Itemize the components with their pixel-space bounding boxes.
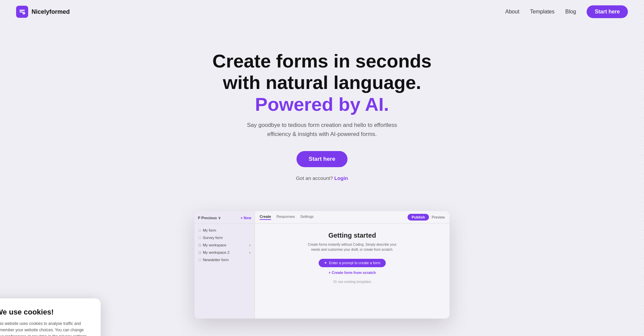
- app-main: Create Responses Settings Publish Previe…: [255, 211, 449, 319]
- cookie-text: This website uses cookies to analyse tra…: [0, 321, 91, 336]
- hero-start-button[interactable]: Start here: [297, 151, 347, 167]
- app-body: P Precious ∨ + New □ My form □ Survey fo…: [195, 211, 449, 319]
- sparkle-icon: ✦: [324, 261, 327, 265]
- preview-button[interactable]: Preview: [432, 215, 445, 219]
- prompt-input[interactable]: ✦ Enter a prompt to create a form: [319, 259, 386, 267]
- file-icon: □: [199, 228, 201, 232]
- svg-rect-1: [19, 11, 23, 12]
- nav-links: About Templates Blog Start here: [505, 5, 628, 18]
- tab-responses[interactable]: Responses: [276, 214, 295, 220]
- sidebar-item-workspace2[interactable]: □ My workspace 2 ›: [195, 249, 255, 256]
- tabs-right: Publish Preview: [408, 214, 445, 221]
- hero-title-ai: Powered by AI.: [255, 94, 389, 115]
- app-content: Getting started Create forms instantly w…: [255, 224, 449, 319]
- tab-create[interactable]: Create: [260, 214, 271, 220]
- nav-about[interactable]: About: [505, 9, 520, 15]
- tabs-left: Create Responses Settings: [260, 214, 314, 220]
- sidebar-top-bar: P Precious ∨ + New: [195, 214, 255, 224]
- logo-icon: [16, 6, 28, 18]
- logo-link[interactable]: Nicelyformed: [16, 6, 70, 18]
- nav-blog[interactable]: Blog: [565, 9, 576, 15]
- create-scratch-button[interactable]: + Create form from scratch: [329, 271, 376, 275]
- hero-login: Got an account? Login: [7, 175, 637, 181]
- nav-start-button[interactable]: Start here: [587, 5, 628, 18]
- hero-subtitle: Say goodbye to tedious form creation and…: [241, 121, 402, 139]
- publish-button[interactable]: Publish: [408, 214, 429, 221]
- logo-text: Nicelyformed: [32, 8, 70, 15]
- cookie-title: We use cookies!: [0, 308, 91, 317]
- tab-settings[interactable]: Settings: [300, 214, 314, 220]
- hero-section: Create forms in seconds with natural lan…: [0, 23, 644, 201]
- content-desc: Create forms instantly without Coding. S…: [305, 242, 399, 252]
- sidebar-item-workspace[interactable]: □ My workspace ›: [195, 241, 255, 249]
- nav-templates[interactable]: Templates: [530, 9, 554, 15]
- navbar: Nicelyformed About Templates Blog Start …: [0, 0, 644, 23]
- file-icon-3: □: [199, 258, 201, 262]
- file-icon-2: □: [199, 236, 201, 240]
- folder-icon: □: [199, 243, 201, 247]
- login-link[interactable]: Login: [334, 175, 348, 181]
- workspace-name: P Precious ∨: [198, 216, 221, 220]
- content-title: Getting started: [328, 232, 376, 239]
- hero-title: Create forms in seconds with natural lan…: [205, 50, 439, 115]
- cookie-banner: We use cookies! This website uses cookie…: [0, 298, 101, 336]
- sidebar-item-surveyform[interactable]: □ Survey form: [195, 234, 255, 241]
- new-button[interactable]: + New: [240, 216, 251, 220]
- app-screenshot: P Precious ∨ + New □ My form □ Survey fo…: [195, 211, 449, 319]
- app-tabs: Create Responses Settings Publish Previe…: [255, 211, 449, 224]
- svg-rect-0: [19, 10, 25, 11]
- or-text: Or use existing templates: [333, 280, 371, 284]
- folder-icon-2: □: [199, 250, 201, 254]
- sidebar-item-newsletter[interactable]: □ Newsletter form: [195, 256, 255, 263]
- sidebar-item-myform[interactable]: □ My form: [195, 227, 255, 234]
- app-sidebar: P Precious ∨ + New □ My form □ Survey fo…: [195, 211, 255, 319]
